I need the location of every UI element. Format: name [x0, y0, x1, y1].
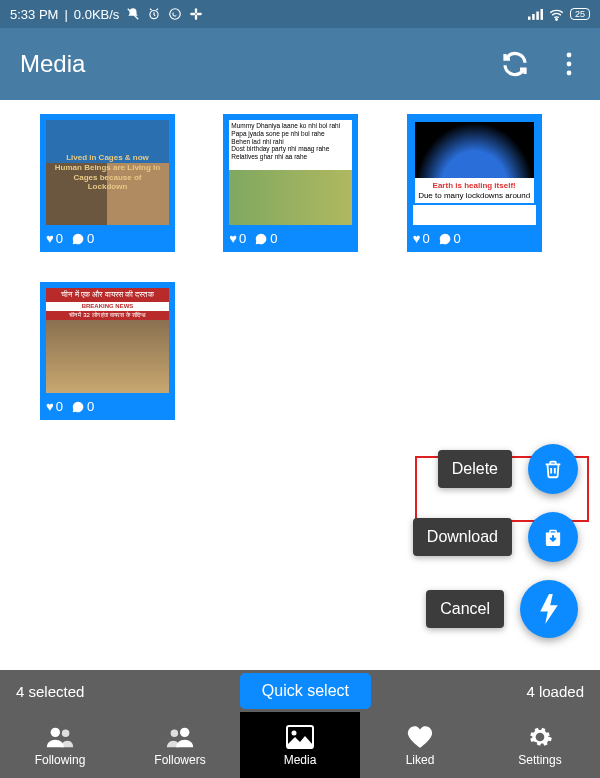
thumb-caption: चीन में एक और वायरस की दस्तक: [46, 288, 169, 302]
svg-point-21: [292, 730, 297, 735]
thumb-caption: Lived in Cages & now Human Beings are Li…: [50, 151, 165, 193]
svg-point-19: [171, 729, 179, 737]
signal-icon: [528, 7, 543, 22]
content-area: Lived in Cages & now Human Beings are Li…: [0, 100, 600, 670]
nav-label: Media: [284, 753, 317, 767]
media-item[interactable]: चीन में एक और वायरस की दस्तक BREAKING NE…: [40, 282, 175, 420]
svg-rect-10: [540, 9, 543, 20]
media-grid: Lived in Cages & now Human Beings are Li…: [0, 100, 600, 434]
status-right: 25: [528, 7, 590, 22]
nav-media[interactable]: Media: [240, 712, 360, 778]
status-net: 0.0KB/s: [74, 7, 120, 22]
delete-fab[interactable]: [528, 444, 578, 494]
whatsapp-icon: [167, 7, 182, 22]
comment-count: 0: [454, 231, 461, 246]
media-thumbnail: Earth is healing itself!Due to many lock…: [413, 120, 536, 225]
nav-following[interactable]: Following: [0, 712, 120, 778]
fab-menu: Delete Download Cancel: [413, 444, 578, 638]
media-stats: ♥0 0: [229, 225, 352, 246]
comment-count: 0: [87, 231, 94, 246]
nav-followers[interactable]: Followers: [120, 712, 240, 778]
status-sep: |: [64, 7, 67, 22]
followers-icon: [165, 724, 195, 750]
refresh-button[interactable]: [498, 47, 532, 81]
thumb-caption: Mummy Dhaniya laane ko nhi bol rahi Papa…: [229, 120, 352, 163]
main-fab[interactable]: [520, 580, 578, 638]
nav-label: Following: [35, 753, 86, 767]
comment-icon: [438, 232, 452, 246]
settings-icon: [525, 724, 555, 750]
delete-button[interactable]: Delete: [438, 450, 512, 488]
svg-rect-9: [536, 12, 539, 20]
media-stats: ♥0 0: [46, 225, 169, 246]
status-time: 5:33 PM: [10, 7, 58, 22]
slack-icon: [188, 7, 203, 22]
quick-select-button[interactable]: Quick select: [240, 673, 371, 709]
status-left: 5:33 PM | 0.0KB/s: [10, 7, 203, 22]
nav-settings[interactable]: Settings: [480, 712, 600, 778]
comment-icon: [71, 232, 85, 246]
app-bar: Media: [0, 28, 600, 100]
comment-icon: [254, 232, 268, 246]
svg-point-11: [556, 18, 558, 20]
svg-rect-8: [532, 14, 535, 20]
thumb-sub: चीन में 32 लोग हंता वायरस के संदिग्ध: [46, 311, 169, 320]
svg-rect-5: [190, 13, 195, 15]
following-icon: [45, 724, 75, 750]
wifi-icon: [549, 7, 564, 22]
thumb-sub: Due to many lockdowns around: [418, 191, 530, 200]
like-count: 0: [422, 231, 429, 246]
media-thumbnail: Lived in Cages & now Human Beings are Li…: [46, 120, 169, 225]
download-fab[interactable]: [528, 512, 578, 562]
status-bar: 5:33 PM | 0.0KB/s 25: [0, 0, 600, 28]
app-bar-actions: [498, 47, 586, 81]
nav-label: Followers: [154, 753, 205, 767]
media-icon: [285, 724, 315, 750]
media-thumbnail: Mummy Dhaniya laane ko nhi bol rahi Papa…: [229, 120, 352, 225]
download-button[interactable]: Download: [413, 518, 512, 556]
heart-icon: ♥: [46, 399, 54, 414]
svg-rect-3: [195, 8, 197, 13]
media-item[interactable]: Mummy Dhaniya laane ko nhi bol rahi Papa…: [223, 114, 358, 252]
nav-label: Liked: [406, 753, 435, 767]
heart-icon: ♥: [46, 231, 54, 246]
svg-point-12: [567, 53, 572, 58]
svg-point-16: [51, 727, 60, 736]
mute-icon: [125, 7, 140, 22]
comment-count: 0: [270, 231, 277, 246]
svg-point-17: [62, 729, 70, 737]
like-count: 0: [239, 231, 246, 246]
comment-count: 0: [87, 399, 94, 414]
media-stats: ♥0 0: [46, 393, 169, 414]
heart-icon: ♥: [229, 231, 237, 246]
media-item[interactable]: Lived in Cages & now Human Beings are Li…: [40, 114, 175, 252]
heart-icon: ♥: [413, 231, 421, 246]
more-button[interactable]: [552, 47, 586, 81]
svg-rect-4: [195, 15, 197, 20]
like-count: 0: [56, 399, 63, 414]
cancel-button[interactable]: Cancel: [426, 590, 504, 628]
svg-point-18: [180, 727, 189, 736]
svg-point-14: [567, 71, 572, 76]
battery-icon: 25: [570, 8, 590, 20]
selection-bar: 4 selected Quick select 4 loaded: [0, 670, 600, 712]
nav-liked[interactable]: Liked: [360, 712, 480, 778]
loaded-count: 4 loaded: [526, 683, 584, 700]
media-item[interactable]: Earth is healing itself!Due to many lock…: [407, 114, 542, 252]
alarm-icon: [146, 7, 161, 22]
page-title: Media: [20, 50, 85, 78]
bottom-nav: Following Followers Media Liked Settings: [0, 712, 600, 778]
svg-point-13: [567, 62, 572, 67]
svg-rect-7: [528, 17, 531, 20]
svg-point-2: [170, 9, 181, 20]
thumb-caption: Earth is healing itself!: [433, 181, 516, 190]
selected-count: 4 selected: [16, 683, 84, 700]
nav-label: Settings: [518, 753, 561, 767]
media-stats: ♥0 0: [413, 225, 536, 246]
svg-rect-6: [196, 13, 201, 15]
media-thumbnail: चीन में एक और वायरस की दस्तक BREAKING NE…: [46, 288, 169, 393]
comment-icon: [71, 400, 85, 414]
like-count: 0: [56, 231, 63, 246]
liked-icon: [405, 724, 435, 750]
